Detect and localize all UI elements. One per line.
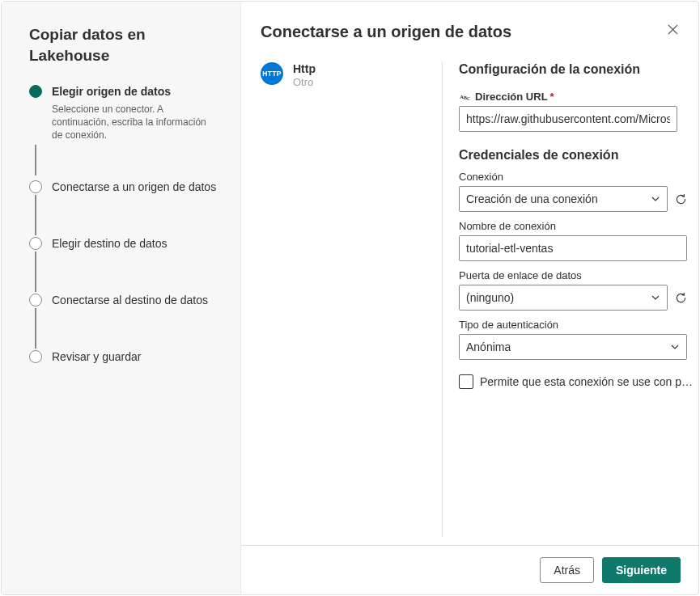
step-choose-source[interactable]: Elegir origen de datos Seleccione un con… — [29, 83, 223, 142]
gateway-allow-row: Permite que esta conexión se use con pue… — [459, 374, 698, 389]
step-indicator — [29, 180, 42, 193]
chevron-down-icon — [670, 342, 680, 352]
step-title: Conectarse al destino de datos — [52, 292, 223, 308]
back-button[interactable]: Atrás — [540, 557, 594, 583]
gateway-allow-label: Permite que esta conexión se use con pue… — [480, 375, 698, 388]
credentials-heading: Credenciales de conexión — [459, 148, 698, 163]
connection-name-label: Nombre de conexión — [459, 220, 698, 232]
http-icon: HTTP — [261, 62, 283, 85]
refresh-icon — [675, 193, 687, 205]
refresh-connection-button[interactable] — [672, 191, 689, 207]
step-connector — [35, 308, 36, 349]
connection-label: Conexión — [459, 171, 698, 183]
step-connect-destination[interactable]: Conectarse al destino de datos — [29, 292, 223, 308]
connection-name-input[interactable] — [459, 235, 687, 261]
step-list: Elegir origen de datos Seleccione un con… — [29, 83, 223, 365]
config-heading: Configuración de la conexión — [459, 62, 698, 77]
step-title: Revisar y guardar — [52, 349, 223, 365]
refresh-icon — [675, 292, 687, 304]
step-indicator — [29, 237, 42, 250]
required-indicator: * — [550, 91, 554, 103]
url-label: ABC Dirección URL * — [459, 90, 698, 103]
gateway-select[interactable]: (ninguno) — [459, 285, 668, 311]
step-indicator — [29, 350, 42, 363]
step-title: Elegir destino de datos — [52, 235, 223, 252]
close-icon — [668, 24, 678, 35]
step-title: Conectarse a un origen de datos — [52, 179, 223, 195]
connector-info: HTTP Http Otro — [261, 62, 442, 545]
step-connector — [35, 145, 36, 175]
wizard-sidebar: Copiar datos en Lakehouse Elegir origen … — [2, 2, 241, 594]
step-connector — [35, 252, 36, 292]
step-choose-destination[interactable]: Elegir destino de datos — [29, 235, 223, 252]
step-indicator-active — [29, 85, 42, 98]
url-input[interactable] — [459, 106, 677, 132]
wizard-footer: Atrás Siguiente — [241, 545, 698, 594]
svg-text:C: C — [467, 96, 470, 101]
connector-name: Http — [293, 62, 316, 75]
auth-type-label: Tipo de autenticación — [459, 319, 698, 331]
refresh-gateway-button[interactable] — [672, 290, 689, 306]
connection-select[interactable]: Creación de una conexión — [459, 186, 668, 212]
step-description: Seleccione un conector. A continuación, … — [52, 103, 223, 142]
step-connector — [35, 195, 36, 235]
chevron-down-icon — [651, 194, 660, 204]
next-button[interactable]: Siguiente — [602, 557, 681, 583]
page-title: Conectarse a un origen de datos — [261, 23, 663, 41]
auth-type-select[interactable]: Anónima — [459, 334, 687, 360]
gateway-label: Puerta de enlace de datos — [459, 269, 698, 281]
close-button[interactable] — [663, 19, 682, 39]
chevron-down-icon — [651, 293, 660, 302]
step-connect-source[interactable]: Conectarse a un origen de datos — [29, 179, 223, 195]
text-type-icon: ABC — [459, 90, 472, 103]
sidebar-title: Copiar datos en Lakehouse — [29, 24, 223, 66]
step-title: Elegir origen de datos — [52, 83, 223, 99]
connector-subtitle: Otro — [293, 76, 316, 88]
gateway-allow-checkbox[interactable] — [459, 374, 473, 389]
step-indicator — [29, 294, 42, 306]
content-panel: Conectarse a un origen de datos HTTP Htt… — [241, 2, 698, 594]
connection-form: Configuración de la conexión ABC Direcci… — [443, 62, 698, 545]
step-review-save[interactable]: Revisar y guardar — [29, 349, 223, 365]
